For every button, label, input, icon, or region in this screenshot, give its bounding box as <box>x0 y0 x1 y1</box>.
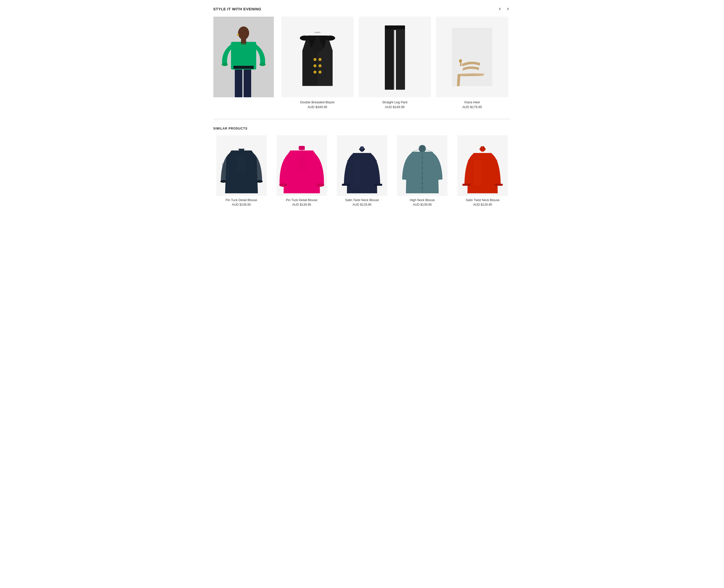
style-title: STYLE IT WITH EVENING <box>213 7 262 11</box>
heel-price: AUD $179.95 <box>436 105 508 109</box>
navy-blouse-img <box>213 135 269 196</box>
svg-point-17 <box>300 36 310 41</box>
svg-point-12 <box>314 64 317 67</box>
similar-card-satin-red-blouse[interactable]: Satin Twist Neck Blouse AUD $129.95 <box>455 135 511 206</box>
svg-rect-2 <box>244 67 251 97</box>
heel-name: Kiara Heel <box>436 100 508 104</box>
svg-point-16 <box>319 70 322 74</box>
blazer-img: LABEL <box>281 17 354 97</box>
pink-blouse-img <box>274 135 330 196</box>
style-products-row: LABEL Double Breasted Blazer AUD $349.95 <box>213 17 511 109</box>
svg-point-60 <box>422 172 423 174</box>
pink-blouse-name: Pin Tuck Detail Blouse <box>274 198 330 202</box>
pants-name: Straight Leg Pant <box>359 100 431 104</box>
heel-svg <box>452 28 492 86</box>
svg-rect-1 <box>235 67 242 97</box>
satin-navy-blouse-price: AUD $129.95 <box>334 203 390 206</box>
svg-point-9 <box>237 34 239 36</box>
svg-point-61 <box>422 177 423 179</box>
page-wrapper: STYLE IT WITH EVENING ‹ › <box>206 0 519 211</box>
svg-point-57 <box>422 157 423 159</box>
svg-point-42 <box>279 183 287 187</box>
svg-rect-41 <box>299 146 305 150</box>
high-neck-blouse-name: High Neck Blouse <box>394 198 450 202</box>
satin-red-blouse-name: Satin Twist Neck Blouse <box>455 198 511 202</box>
similar-products-section: SIMILAR PRODUCTS <box>213 127 511 206</box>
svg-point-43 <box>316 183 324 187</box>
heel-img <box>436 17 508 97</box>
style-hero-image <box>213 17 274 97</box>
blazer-svg: LABEL <box>297 20 338 93</box>
product-card-heel[interactable]: Kiara Heel AUD $179.95 <box>434 17 511 109</box>
svg-point-15 <box>319 64 322 67</box>
navy-blouse-price: AUD $139.95 <box>213 203 269 206</box>
svg-point-18 <box>325 36 335 41</box>
satin-navy-blouse-svg <box>334 135 390 196</box>
satin-red-blouse-price: AUD $129.95 <box>455 203 511 206</box>
prev-arrow-button[interactable]: ‹ <box>497 5 503 13</box>
svg-point-59 <box>422 167 423 169</box>
pants-img <box>359 17 431 97</box>
svg-point-58 <box>422 162 423 164</box>
high-neck-blouse-price: AUD $139.95 <box>394 203 450 206</box>
svg-point-34 <box>257 180 262 183</box>
satin-red-blouse-img <box>455 135 511 196</box>
svg-point-7 <box>260 63 265 66</box>
svg-rect-3 <box>231 42 256 69</box>
style-it-with-section: STYLE IT WITH EVENING ‹ › <box>213 5 511 109</box>
svg-point-33 <box>220 180 226 183</box>
product-card-pants[interactable]: Straight Leg Pant AUD $149.95 <box>356 17 434 109</box>
similar-card-high-neck-blouse[interactable]: High Neck Blouse AUD $139.95 <box>394 135 450 206</box>
style-section-header: STYLE IT WITH EVENING ‹ › <box>213 5 511 13</box>
svg-rect-67 <box>495 184 503 186</box>
svg-rect-8 <box>234 66 254 69</box>
svg-point-6 <box>222 63 228 66</box>
pink-blouse-svg <box>274 135 330 196</box>
svg-point-13 <box>314 70 317 74</box>
svg-text:LABEL: LABEL <box>314 31 321 34</box>
product-card-blazer[interactable]: LABEL Double Breasted Blazer AUD $349.95 <box>279 17 356 109</box>
similar-card-satin-navy-blouse[interactable]: Satin Twist Neck Blouse AUD $129.95 <box>334 135 390 206</box>
style-title-bold: EVENING <box>243 7 261 11</box>
style-nav-arrows: ‹ › <box>497 5 511 13</box>
svg-rect-20 <box>380 20 410 93</box>
satin-navy-blouse-img <box>334 135 390 196</box>
pants-svg <box>380 20 410 93</box>
hero-model-svg <box>213 17 274 97</box>
high-neck-blouse-img <box>394 135 450 196</box>
hero-model-img <box>213 17 274 97</box>
pants-price: AUD $149.95 <box>359 105 431 109</box>
svg-point-62 <box>422 183 423 184</box>
svg-point-11 <box>314 58 317 61</box>
pink-blouse-price: AUD $139.95 <box>274 203 330 206</box>
blazer-price: AUD $349.95 <box>281 105 354 109</box>
svg-rect-51 <box>342 184 350 186</box>
svg-point-14 <box>319 58 322 61</box>
satin-red-blouse-svg <box>455 135 511 196</box>
svg-point-63 <box>422 188 423 189</box>
similar-card-pink-blouse[interactable]: Pin Tuck Detail Blouse AUD $139.95 <box>274 135 330 206</box>
navy-blouse-svg <box>213 135 269 196</box>
svg-rect-55 <box>419 145 425 152</box>
satin-navy-blouse-name: Satin Twist Neck Blouse <box>334 198 390 202</box>
svg-rect-66 <box>462 184 470 186</box>
svg-point-5 <box>238 26 249 40</box>
similar-products-title: SIMILAR PRODUCTS <box>213 127 511 130</box>
next-arrow-button[interactable]: › <box>505 5 511 13</box>
high-neck-blouse-svg <box>394 135 450 196</box>
section-divider <box>213 119 511 119</box>
similar-card-navy-blouse[interactable]: Pin Tuck Detail Blouse AUD $139.95 <box>213 135 269 206</box>
blazer-name: Double Breasted Blazer <box>281 100 354 104</box>
navy-blouse-name: Pin Tuck Detail Blouse <box>213 198 269 202</box>
similar-products-grid: Pin Tuck Detail Blouse AUD $139.95 <box>213 135 511 206</box>
style-title-prefix: STYLE IT WITH <box>213 7 244 11</box>
svg-rect-52 <box>374 184 382 186</box>
